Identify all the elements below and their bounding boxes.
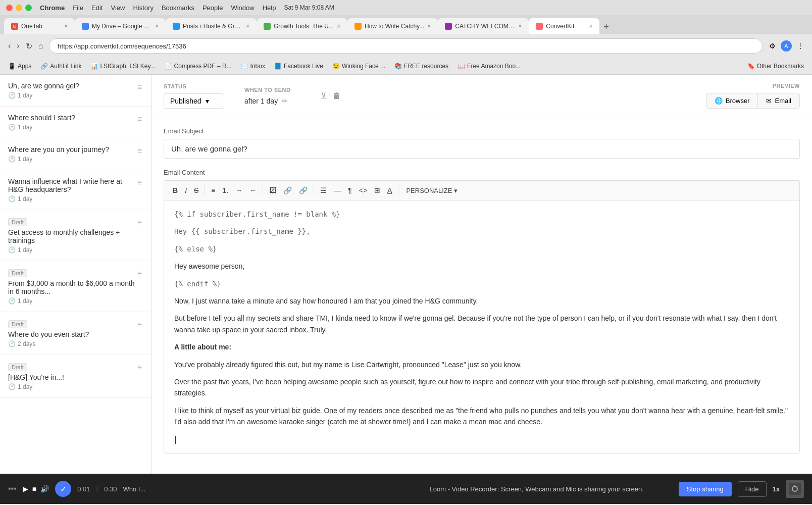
menu-people[interactable]: People <box>202 4 223 12</box>
sidebar-item-content: Uh, are we gonna gel? 🕐 1 day <box>8 82 136 99</box>
menu-view[interactable]: View <box>111 4 125 12</box>
horizontal-rule-button[interactable]: — <box>331 185 343 196</box>
editor-body[interactable]: {% if subscriber.first_name != blank %} … <box>164 200 800 453</box>
bookmark-fb[interactable]: 📘 Facebook Live <box>271 62 326 71</box>
status-dropdown[interactable]: Published ▾ <box>164 93 224 109</box>
menu-window[interactable]: Window <box>231 4 254 12</box>
personalize-button[interactable]: PERSONALIZE ▾ <box>402 185 462 196</box>
preview-browser-button[interactable]: 🌐 Browser <box>706 93 758 108</box>
extensions-icon[interactable]: ⚙ <box>767 40 778 52</box>
loom-stop-control-button[interactable]: ■ <box>32 485 36 493</box>
bookmark-free[interactable]: 📚 FREE resources <box>391 62 451 71</box>
sidebar-item-challenges[interactable]: Draft Get access to monthly challenges +… <box>0 210 151 261</box>
sidebar-item-start[interactable]: Where should I start? 🕐 1 day ≡ <box>0 107 151 138</box>
tab-close-icon[interactable]: × <box>246 23 249 30</box>
status-select: Published ▾ <box>164 93 224 109</box>
tab-close-icon[interactable]: × <box>518 23 522 30</box>
sidebar-item-hg-in[interactable]: Draft [H&G] You're in...! 🕐 1 day ≡ <box>0 355 151 398</box>
more-options-icon[interactable]: ••• <box>8 484 17 493</box>
sidebar-item-influence[interactable]: Wanna influence what I write here at H&G… <box>0 170 151 210</box>
maximize-window-button[interactable] <box>25 5 32 11</box>
tab-catchy[interactable]: CATCHY WELCOME... × <box>438 18 529 34</box>
new-tab-button[interactable]: + <box>599 20 613 34</box>
underline-button[interactable]: A <box>385 185 394 196</box>
loom-thumbnail <box>786 480 804 498</box>
minimize-window-button[interactable] <box>16 5 22 11</box>
table-button[interactable]: ⊞ <box>372 185 383 196</box>
loom-hide-button[interactable]: Hide <box>738 481 767 497</box>
forward-button[interactable]: › <box>15 39 21 53</box>
menu-chrome[interactable]: Chrome <box>40 4 65 12</box>
tab-close-icon[interactable]: × <box>427 23 431 30</box>
tab-close-icon[interactable]: × <box>64 23 68 30</box>
sidebar-item-3000[interactable]: Draft From $3,000 a month to $6,000 a mo… <box>0 261 151 312</box>
tab-convertkit[interactable]: ConvertKit × <box>529 18 599 34</box>
home-button[interactable]: ⌂ <box>36 39 45 53</box>
italic-button[interactable]: I <box>182 185 189 196</box>
outdent-button[interactable]: ← <box>247 185 259 196</box>
unlink-button[interactable]: 🔗 <box>296 185 310 196</box>
sidebar-item-gel[interactable]: Uh, are we gonna gel? 🕐 1 day ≡ <box>0 75 151 107</box>
chevron-down-icon: ▾ <box>206 97 209 105</box>
bookmark-favicon: 😉 <box>332 63 340 70</box>
sidebar-item-wherestart[interactable]: Draft Where do you even start? 🕐 2 days … <box>0 312 151 355</box>
tab-close-icon[interactable]: × <box>337 23 340 30</box>
status-row: STATUS Published ▾ WHEN TO SEND after 1 … <box>151 75 812 117</box>
bookmark-authlit[interactable]: 🔗 Authl.it Link <box>37 62 84 71</box>
loom-play-button[interactable]: ▶ <box>23 485 28 493</box>
tab-posts[interactable]: Posts ‹ Hustle & Gro... × <box>166 18 257 34</box>
close-window-button[interactable] <box>6 5 13 11</box>
ordered-list-button[interactable]: 1. <box>220 185 231 196</box>
menu-edit[interactable]: Edit <box>91 4 103 12</box>
menu-help[interactable]: Help <box>263 4 276 12</box>
preview-email-button[interactable]: ✉ Email <box>758 93 799 108</box>
menu-icon[interactable]: ⋮ <box>795 40 806 52</box>
tab-growth[interactable]: Growth Tools: The U... × <box>257 18 347 34</box>
template-line-1: {% if subscriber.first_name != blank %} <box>174 209 789 220</box>
tab-close-icon[interactable]: × <box>155 23 159 30</box>
bookmark-inbox[interactable]: ✉️ Inbox <box>238 62 268 71</box>
unordered-list-button[interactable]: ≡ <box>209 185 218 196</box>
bookmark-favicon: 🔖 <box>747 63 755 70</box>
tab-close-icon[interactable]: × <box>589 23 592 30</box>
bookmark-lsi[interactable]: 📊 LSIGraph: LSI Key... <box>87 62 158 71</box>
back-button[interactable]: ‹ <box>6 39 13 53</box>
code-button[interactable]: <> <box>357 185 370 196</box>
align-left-button[interactable]: ☰ <box>318 185 329 196</box>
clock-icon: 🕐 <box>8 195 16 203</box>
bold-button[interactable]: B <box>170 185 180 196</box>
bookmark-other[interactable]: 🔖 Other Bookmarks <box>744 62 807 71</box>
bookmark-winking[interactable]: 😉 Winking Face ... <box>329 62 388 71</box>
bookmark-compress[interactable]: 📄 Compress PDF – R... <box>162 62 235 71</box>
url-bar[interactable]: https://app.convertkit.com/sequences/175… <box>49 38 763 54</box>
sidebar-item-journey[interactable]: Where are you on your journey? 🕐 1 day ≡ <box>0 138 151 170</box>
bookmark-amazon[interactable]: 📖 Free Amazon Boo... <box>454 62 524 71</box>
loom-total-time: 0:30 <box>104 485 117 493</box>
loom-speed-display[interactable]: 1x <box>773 485 780 493</box>
paragraph-button[interactable]: ¶ <box>345 185 354 196</box>
filter-icon[interactable]: ⊻ <box>321 91 327 100</box>
indent-button[interactable]: → <box>233 185 245 196</box>
delete-icon[interactable]: 🗑 <box>333 91 341 100</box>
email-content-label: Email Content <box>164 169 800 176</box>
image-button[interactable]: 🖼 <box>267 185 279 196</box>
bookmark-apps[interactable]: 📱 Apps <box>5 62 34 71</box>
draft-badge: Draft <box>8 218 27 226</box>
loom-stop-sharing-button[interactable]: Stop sharing <box>679 482 732 496</box>
clock-icon: 🕐 <box>8 297 16 305</box>
tab-howto[interactable]: How to Write Catchy... × <box>347 18 438 34</box>
profile-icon[interactable]: A <box>781 40 792 52</box>
email-subject-input[interactable] <box>164 139 800 159</box>
menu-history[interactable]: History <box>133 4 153 12</box>
strikethrough-button[interactable]: S <box>191 185 201 196</box>
menu-bookmarks[interactable]: Bookmarks <box>162 4 194 12</box>
tab-onetab[interactable]: O OneTab × <box>4 18 75 34</box>
reload-button[interactable]: ↻ <box>24 39 34 53</box>
edit-icon[interactable]: ✏ <box>282 97 288 105</box>
menu-file[interactable]: File <box>73 4 83 12</box>
tab-gdrive[interactable]: My Drive – Google D... × <box>75 18 166 34</box>
link-button[interactable]: 🔗 <box>281 185 294 196</box>
loom-volume-button[interactable]: 🔊 <box>40 485 49 493</box>
loom-current-time: 0:01 <box>77 485 90 493</box>
sidebar-item-title: Get access to monthly challenges + train… <box>8 228 136 244</box>
